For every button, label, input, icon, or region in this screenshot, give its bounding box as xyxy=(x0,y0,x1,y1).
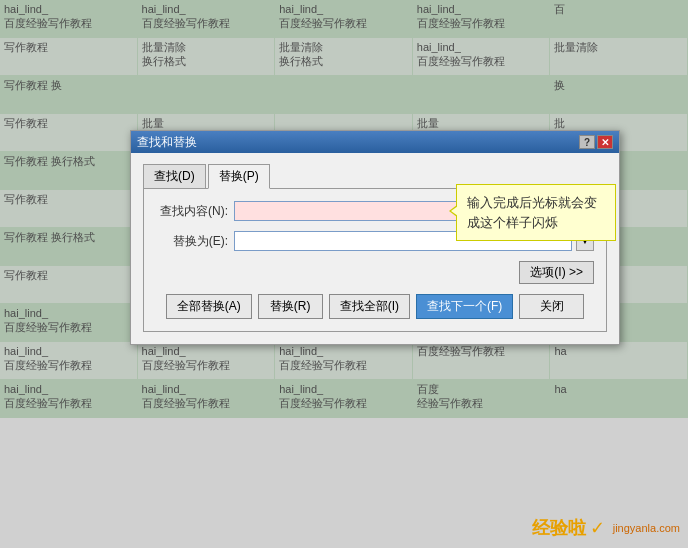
replace-label: 替换为(E): xyxy=(156,233,228,250)
dialog-content-panel: 查找内容(N): ▼ 替换为(E): ▼ 选项(I) >> 输入 xyxy=(143,188,607,332)
dialog-help-button[interactable]: ? xyxy=(579,135,595,149)
replace-button[interactable]: 替换(R) xyxy=(258,294,323,319)
dialog-window-controls: ? ✕ xyxy=(579,135,613,149)
action-buttons: 全部替换(A) 替换(R) 查找全部(I) 查找下一个(F) 关闭 xyxy=(156,294,594,319)
dialog-title: 查找和替换 xyxy=(137,134,197,151)
dialog-close-button[interactable]: ✕ xyxy=(597,135,613,149)
find-label: 查找内容(N): xyxy=(156,203,228,220)
find-all-button[interactable]: 查找全部(I) xyxy=(329,294,410,319)
callout-tooltip: 输入完成后光标就会变成这个样子闪烁 xyxy=(456,184,616,241)
watermark-url: jingyanla.com xyxy=(613,522,680,534)
watermark: 经验啦 ✓ jingyanla.com xyxy=(532,516,680,540)
options-button[interactable]: 选项(I) >> xyxy=(519,261,594,284)
options-row: 选项(I) >> xyxy=(156,261,594,284)
callout-text: 输入完成后光标就会变成这个样子闪烁 xyxy=(467,195,597,230)
tab-find[interactable]: 查找(D) xyxy=(143,164,206,189)
replace-all-button[interactable]: 全部替换(A) xyxy=(166,294,252,319)
find-replace-dialog: 查找和替换 ? ✕ 查找(D) 替换(P) 查找内容(N): ▼ 替换为(E xyxy=(130,130,620,345)
close-button[interactable]: 关闭 xyxy=(519,294,584,319)
watermark-text: 经验啦 xyxy=(532,516,586,540)
watermark-check-icon: ✓ xyxy=(590,517,605,539)
dialog-body: 查找(D) 替换(P) 查找内容(N): ▼ 替换为(E): ▼ xyxy=(131,153,619,344)
dialog-titlebar: 查找和替换 ? ✕ xyxy=(131,131,619,153)
tab-replace[interactable]: 替换(P) xyxy=(208,164,270,189)
find-next-button[interactable]: 查找下一个(F) xyxy=(416,294,513,319)
